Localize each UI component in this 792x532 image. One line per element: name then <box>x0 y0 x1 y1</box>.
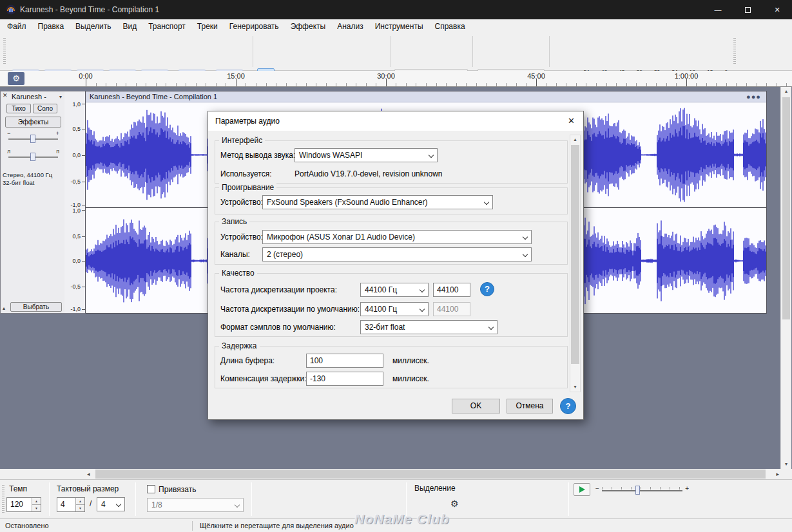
vertical-scrollbar-thumb[interactable] <box>782 97 790 319</box>
toolbar-grip[interactable] <box>733 38 736 65</box>
playback-device-value: FxSound Speakers (FxSound Audio Enhancer… <box>267 196 427 209</box>
snap-checkbox[interactable] <box>147 485 155 493</box>
snap-interval-value: 1/8 <box>151 499 162 511</box>
toolbar-grip[interactable] <box>2 485 5 513</box>
recording-channels-select[interactable]: 2 (стерео) <box>262 247 532 261</box>
effects-button[interactable]: Эффекты <box>5 117 61 128</box>
menu-tracks[interactable]: Треки <box>191 20 224 33</box>
menu-generate[interactable]: Генерировать <box>224 20 285 33</box>
toolbar-separator <box>472 36 473 67</box>
scale-tick <box>82 205 85 205</box>
chevron-down-icon <box>235 502 240 508</box>
scale-tick <box>82 236 85 237</box>
menu-help[interactable]: Справка <box>429 20 471 33</box>
time-signature-divider: / <box>90 499 92 508</box>
project-rate-help-button[interactable]: ? <box>480 282 494 296</box>
speed-minus-label: − <box>595 485 599 492</box>
menu-effects[interactable]: Эффекты <box>285 20 332 33</box>
project-rate-select[interactable]: 44100 Гц <box>360 283 429 297</box>
slider-thumb[interactable] <box>30 135 35 143</box>
group-interface-legend: Интерфейс <box>219 136 265 145</box>
scale-tick <box>82 155 85 156</box>
using-label: Используется: <box>220 167 272 181</box>
playback-device-select[interactable]: FxSound Speakers (FxSound Audio Enhancer… <box>262 195 493 209</box>
scroll-down-icon[interactable]: ▾ <box>570 383 580 392</box>
scale-tick <box>82 104 85 104</box>
menu-select[interactable]: Выделить <box>70 20 117 33</box>
scale-label: 0,5 <box>72 126 81 132</box>
timeline-ruler[interactable]: ⚙ 0:00 15:00 30:00 45:00 1:00:00 <box>0 71 792 87</box>
track-name[interactable]: Karunesh - <box>12 93 46 100</box>
menu-transport[interactable]: Транспорт <box>142 20 191 33</box>
project-rate-value: 44100 Гц <box>365 283 397 296</box>
selection-options-gear-icon[interactable]: ⚙ <box>450 499 459 509</box>
sample-format-select[interactable]: 32-бит float <box>360 320 497 334</box>
track-close-icon[interactable]: ✕ <box>3 92 8 99</box>
scroll-up-icon[interactable]: ▴ <box>781 87 791 96</box>
maximize-icon <box>745 7 751 13</box>
horizontal-scrollbar-row: ◂ ▸ <box>0 469 792 479</box>
maximize-button[interactable] <box>733 0 762 19</box>
time-signature-upper-value: 4 <box>61 500 65 509</box>
snap-interval-select[interactable]: 1/8 <box>147 498 244 512</box>
vertical-scrollbar[interactable]: ▴ ▾ <box>780 87 791 469</box>
pan-slider[interactable]: л п <box>6 148 61 162</box>
scroll-right-icon[interactable]: ▸ <box>776 470 779 479</box>
dialog-scrollbar[interactable]: ▴ ▾ <box>570 135 581 392</box>
track-info: Стерео, 44100 Гц 32-бит float <box>3 171 52 187</box>
time-signature-lower-select[interactable]: 4 <box>97 497 125 511</box>
close-button[interactable]: ✕ <box>762 0 792 19</box>
horizontal-scrollbar-thumb[interactable] <box>95 470 766 479</box>
play-at-speed-button[interactable] <box>574 483 590 496</box>
default-rate-select[interactable]: 44100 Гц <box>360 302 429 316</box>
track-menu-chevron-icon[interactable]: ▾ <box>59 94 62 100</box>
scroll-up-icon[interactable]: ▴ <box>570 135 580 144</box>
menu-file[interactable]: Файл <box>1 20 32 33</box>
mute-button[interactable]: Тихо <box>6 104 31 113</box>
tempo-input[interactable]: 120 ▲▼ <box>6 497 41 512</box>
dialog-help-button[interactable]: ? <box>560 398 576 414</box>
scale-label: 0,5 <box>72 233 81 240</box>
project-rate-custom-input[interactable]: 44100 <box>433 283 470 297</box>
project-rate-label: Частота дискретизации проекта: <box>220 283 337 297</box>
select-track-button[interactable]: Выбрать <box>10 302 62 312</box>
slider-thumb[interactable] <box>30 153 35 161</box>
menu-edit[interactable]: Правка <box>32 20 70 33</box>
menu-tools[interactable]: Инструменты <box>369 20 429 33</box>
timeline-options-button[interactable]: ⚙ <box>8 72 24 85</box>
clip-overflow-menu-icon[interactable]: ●●● <box>746 91 761 102</box>
chevron-down-icon <box>116 502 121 507</box>
solo-button[interactable]: Соло <box>33 104 57 113</box>
latency-compensation-input[interactable]: -130 <box>306 372 383 386</box>
buffer-length-label: Длина буфера: <box>220 354 275 368</box>
chevron-down-icon <box>420 307 425 312</box>
toolbar-grip[interactable] <box>3 38 6 65</box>
host-select[interactable]: Windows WASAPI <box>295 148 438 162</box>
default-rate-custom-input: 44100 <box>433 302 470 316</box>
menu-analyze[interactable]: Анализ <box>331 20 369 33</box>
recording-device-select[interactable]: Микрофон (ASUS Xonar D1 Audio Device) <box>262 230 532 244</box>
buffer-length-input[interactable]: 100 <box>306 354 383 368</box>
track-control-panel: ✕ Karunesh - ▾ Тихо Соло Эффекты − + л п… <box>0 91 64 314</box>
cancel-button[interactable]: Отмена <box>507 399 553 413</box>
dialog-close-icon[interactable]: ✕ <box>568 116 575 126</box>
tempo-spinner[interactable]: ▲▼ <box>32 498 41 511</box>
scroll-left-icon[interactable]: ◂ <box>87 470 90 479</box>
gain-slider[interactable]: − + <box>6 130 61 144</box>
menu-view[interactable]: Вид <box>117 20 142 33</box>
vertical-scale-ruler[interactable]: 1,0 0,5 0,0 -0,5 -1,0 1,0 0,5 0,0 -0,5 -… <box>64 91 86 314</box>
ok-button[interactable]: OK <box>452 399 500 413</box>
playback-speed-slider[interactable]: − + <box>595 483 689 496</box>
time-signature-spinner[interactable]: ▲▼ <box>75 498 84 511</box>
slider-thumb[interactable] <box>635 486 640 495</box>
dialog-scrollbar-thumb[interactable] <box>571 145 579 364</box>
minimize-button[interactable]: — <box>703 0 733 19</box>
clip-header[interactable]: Karunesh - Beyond Time - Compilation 1 ●… <box>86 91 766 102</box>
scale-label: 0,0 <box>72 152 81 158</box>
scroll-down-icon[interactable]: ▾ <box>781 460 791 469</box>
horizontal-scrollbar[interactable]: ◂ ▸ <box>86 469 780 479</box>
audacity-window: Karunesh - Beyond Time - Compilation 1 —… <box>0 0 792 532</box>
dialog-title-bar[interactable]: Параметры аудио ✕ <box>208 111 583 131</box>
collapse-track-icon[interactable]: ▴ <box>3 305 5 311</box>
time-signature-upper-input[interactable]: 4 ▲▼ <box>57 497 85 512</box>
